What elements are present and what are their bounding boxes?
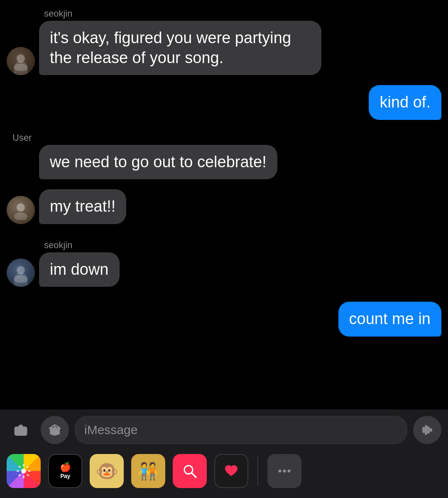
imessage-input[interactable]: iMessage [75, 416, 407, 444]
svg-point-2 [17, 203, 25, 212]
svg-rect-10 [428, 427, 429, 433]
svg-rect-8 [423, 427, 424, 432]
appstore-icon [48, 423, 62, 437]
photos-icon [14, 461, 33, 481]
more-dots-icon [275, 461, 294, 481]
bottom-bar: iMessage [0, 410, 448, 498]
animoji-icon[interactable]: 🧑‍🤝‍🧑 [131, 454, 165, 488]
svg-point-5 [14, 275, 27, 283]
input-row: iMessage [0, 410, 448, 450]
bubble-6: count me in [338, 302, 441, 337]
apple-pay-icon[interactable]: 🍎 Pay [48, 454, 82, 488]
globe-search-icon[interactable] [173, 454, 207, 488]
svg-point-7 [19, 429, 23, 433]
avatar-user [7, 196, 35, 224]
memoji-emoji: 🐵 [95, 462, 118, 480]
message-row-5: im down [7, 252, 441, 287]
message-section-2: kind of. [7, 85, 441, 120]
svg-point-12 [21, 469, 26, 474]
camera-button[interactable] [7, 416, 35, 444]
message-section-1: seokjin it's okay, figured you were part… [7, 8, 441, 78]
voice-button[interactable] [413, 416, 441, 444]
sender-label-seokjin2: seokjin [44, 240, 441, 251]
bubble-3: we need to go out to celebrate! [39, 145, 277, 180]
svg-point-0 [17, 54, 25, 63]
heart-svg [222, 461, 241, 481]
bubble-4: my treat!! [39, 189, 126, 224]
svg-point-23 [279, 470, 282, 473]
message-row-4: my treat!! [7, 189, 441, 224]
input-placeholder: iMessage [84, 423, 137, 437]
appstore-button[interactable] [41, 416, 69, 444]
apple-icon: 🍎 [60, 463, 71, 472]
voice-icon [420, 422, 435, 437]
bubble-2: kind of. [369, 85, 441, 120]
sender-label-user: User [12, 132, 441, 143]
svg-line-22 [191, 473, 196, 477]
svg-rect-11 [431, 429, 432, 431]
message-section-6: count me in [7, 302, 441, 337]
avatar-seokjin1 [7, 47, 35, 75]
svg-point-4 [17, 266, 25, 274]
svg-line-19 [27, 466, 29, 468]
svg-point-25 [288, 470, 291, 473]
camera-icon [14, 423, 28, 437]
avatar-seokjin2 [7, 259, 35, 287]
chat-container: seokjin it's okay, figured you were part… [0, 0, 448, 390]
app-icons-row: 🍎 Pay 🐵 🧑‍🤝‍🧑 [0, 450, 448, 498]
svg-point-24 [283, 470, 286, 473]
sender-label-seokjin1: seokjin [44, 8, 441, 19]
animoji-emoji: 🧑‍🤝‍🧑 [138, 463, 159, 479]
message-section-5: seokjin im down [7, 240, 441, 290]
more-icon[interactable] [267, 454, 301, 488]
app-divider [257, 456, 258, 486]
svg-line-20 [19, 474, 20, 476]
message-row-3: we need to go out to celebrate! [7, 145, 441, 180]
svg-point-3 [14, 212, 27, 220]
svg-line-17 [19, 466, 20, 468]
memoji-icon[interactable]: 🐵 [90, 454, 124, 488]
message-section-3: User we need to go out to celebrate! [7, 132, 441, 182]
photos-app-icon[interactable] [7, 454, 41, 488]
svg-line-18 [27, 474, 29, 476]
bubble-5: im down [39, 252, 120, 287]
apple-pay-label: Pay [60, 473, 70, 479]
message-row-1: it's okay, figured you were partying the… [7, 21, 441, 75]
bubble-1: it's okay, figured you were partying the… [39, 21, 321, 75]
heart-icon[interactable] [214, 454, 248, 488]
svg-point-1 [14, 63, 27, 71]
globe-search-svg [180, 461, 199, 481]
message-section-4: my treat!! [7, 189, 441, 227]
svg-rect-9 [426, 426, 427, 435]
